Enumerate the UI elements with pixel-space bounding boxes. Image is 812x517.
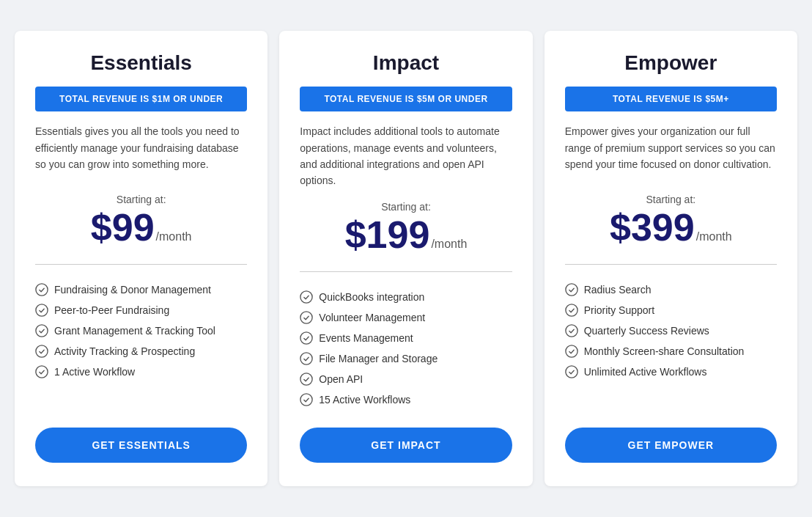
check-circle-icon — [35, 345, 48, 358]
starting-at-label-essentials: Starting at: — [35, 194, 247, 205]
cta-button-empower[interactable]: GET EMPOWER — [565, 428, 777, 463]
feature-item: Fundraising & Donor Management — [35, 279, 247, 300]
price-period-essentials: /month — [156, 230, 192, 243]
svg-point-15 — [566, 366, 577, 378]
plan-description-empower: Empower gives your organization our full… — [565, 123, 777, 182]
price-amount-essentials: $99 — [91, 208, 155, 246]
price-row-empower: $399 /month — [565, 208, 777, 246]
svg-point-14 — [566, 345, 577, 357]
starting-at-label-empower: Starting at: — [565, 194, 777, 205]
feature-item: Peer-to-Peer Fundraising — [35, 300, 247, 320]
check-circle-icon — [565, 345, 578, 358]
plan-title-impact: Impact — [300, 51, 512, 75]
feature-item: Grant Management & Tracking Tool — [35, 320, 247, 341]
price-amount-empower: $399 — [610, 208, 695, 246]
cta-button-impact[interactable]: GET IMPACT — [300, 428, 512, 463]
svg-point-10 — [300, 394, 312, 406]
svg-point-4 — [36, 366, 48, 378]
svg-point-12 — [566, 304, 577, 316]
plan-badge-essentials: TOTAL REVENUE IS $1M OR UNDER — [35, 87, 247, 111]
price-period-empower: /month — [696, 230, 732, 243]
check-circle-icon — [300, 393, 313, 406]
svg-point-13 — [566, 325, 577, 337]
divider-impact — [300, 271, 512, 272]
feature-item: 15 Active Workflows — [300, 389, 512, 410]
check-circle-icon — [35, 324, 48, 337]
feature-item: Quarterly Success Reviews — [565, 320, 777, 341]
check-circle-icon — [35, 304, 48, 317]
plan-title-empower: Empower — [565, 51, 777, 75]
feature-item: Monthly Screen-share Consultation — [565, 341, 777, 362]
check-circle-icon — [300, 311, 313, 324]
price-row-impact: $199 /month — [300, 216, 512, 254]
divider-essentials — [35, 264, 247, 265]
features-list-empower: Radius Search Priority Support — [565, 279, 777, 410]
check-circle-icon — [300, 331, 313, 345]
plan-title-essentials: Essentials — [35, 51, 247, 75]
price-row-essentials: $99 /month — [35, 208, 247, 246]
svg-point-1 — [36, 304, 48, 316]
check-circle-icon — [35, 365, 48, 378]
features-list-impact: QuickBooks integration Volunteer Managem… — [300, 287, 512, 410]
plan-description-impact: Impact includes additional tools to auto… — [300, 123, 512, 189]
svg-point-7 — [300, 332, 312, 344]
plan-card-impact: Impact TOTAL REVENUE IS $5M OR UNDER Imp… — [279, 31, 532, 486]
check-circle-icon — [565, 304, 578, 317]
svg-point-3 — [36, 345, 48, 357]
feature-item: File Manager and Storage — [300, 348, 512, 369]
svg-point-6 — [300, 312, 312, 323]
svg-point-8 — [300, 353, 312, 364]
svg-point-2 — [36, 325, 48, 337]
check-circle-icon — [565, 365, 578, 378]
svg-point-0 — [36, 284, 48, 296]
check-circle-icon — [565, 283, 578, 296]
price-period-impact: /month — [431, 238, 467, 251]
plan-badge-empower: TOTAL REVENUE IS $5M+ — [565, 87, 777, 111]
plan-description-essentials: Essentials gives you all the tools you n… — [35, 123, 247, 182]
svg-point-11 — [566, 284, 577, 296]
feature-item: Priority Support — [565, 300, 777, 320]
plan-badge-impact: TOTAL REVENUE IS $5M OR UNDER — [300, 87, 512, 111]
check-circle-icon — [300, 373, 313, 386]
starting-at-label-impact: Starting at: — [300, 201, 512, 213]
svg-point-9 — [300, 373, 312, 385]
check-circle-icon — [300, 290, 313, 304]
feature-item: Volunteer Management — [300, 307, 512, 328]
plan-card-essentials: Essentials TOTAL REVENUE IS $1M OR UNDER… — [15, 31, 267, 486]
features-list-essentials: Fundraising & Donor Management Peer-to-P… — [35, 279, 247, 410]
check-circle-icon — [35, 283, 48, 296]
cta-button-essentials[interactable]: GET ESSENTIALS — [35, 428, 247, 463]
divider-empower — [565, 264, 777, 265]
feature-item: QuickBooks integration — [300, 287, 512, 307]
plan-card-empower: Empower TOTAL REVENUE IS $5M+ Empower gi… — [545, 31, 797, 486]
feature-item: Activity Tracking & Prospecting — [35, 341, 247, 362]
feature-item: Unlimited Active Workflows — [565, 362, 777, 382]
feature-item: Open API — [300, 369, 512, 389]
svg-point-5 — [300, 291, 312, 303]
price-amount-impact: $199 — [345, 216, 430, 254]
feature-item: Events Management — [300, 328, 512, 348]
check-circle-icon — [565, 324, 578, 337]
feature-item: 1 Active Workflow — [35, 362, 247, 382]
check-circle-icon — [300, 352, 313, 365]
feature-item: Radius Search — [565, 279, 777, 300]
pricing-cards: Essentials TOTAL REVENUE IS $1M OR UNDER… — [15, 31, 797, 486]
